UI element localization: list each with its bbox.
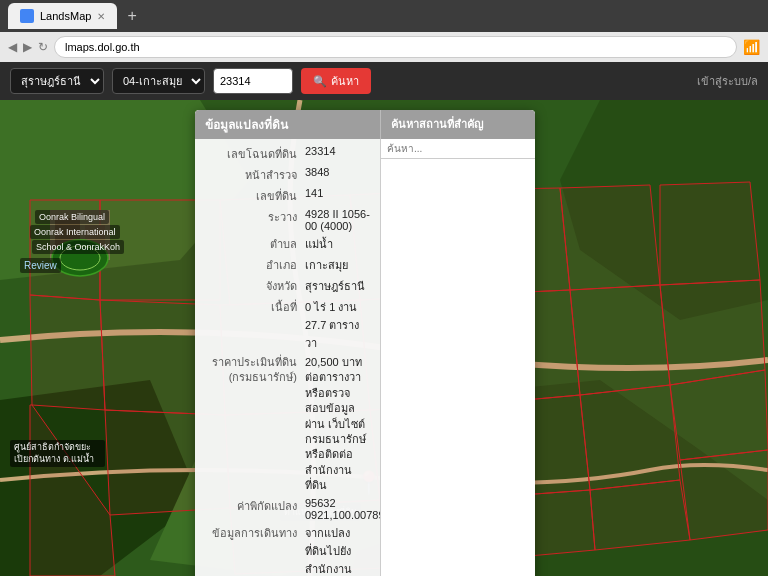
- price-value: 20,500 บาทต่อตารางวา หรือตรวจสอบข้อมูลผ่…: [305, 355, 370, 494]
- area-size-value: 0 ไร่ 1 งาน 27.7 ตารางวา: [305, 298, 370, 352]
- refresh-icon[interactable]: ↻: [38, 40, 48, 54]
- tab-close-btn[interactable]: ✕: [97, 11, 105, 22]
- back-icon[interactable]: ◀: [8, 40, 17, 54]
- svg-marker-26: [670, 370, 768, 460]
- area-value: 4928 II 1056-00 (4000): [305, 208, 370, 232]
- search-panel-right: [380, 139, 535, 576]
- login-button[interactable]: เข้าสู่ระบบ/ล: [697, 72, 758, 90]
- center-text1: ศูนย์สาธิตกำจัดขยะ: [14, 442, 91, 452]
- direction-link[interactable]: จากแปลงที่ดินไปยังสำนักงานที่ดิน: [305, 527, 352, 576]
- land-no-value: 141: [305, 187, 370, 199]
- search-panel-title: ค้นหาสถานที่สำคัญ: [380, 110, 535, 139]
- svg-marker-15: [660, 280, 765, 385]
- address-input[interactable]: [54, 36, 737, 58]
- search-button[interactable]: 🔍 ค้นหา: [301, 68, 371, 94]
- browser-chrome: LandsMap ✕ +: [0, 0, 768, 32]
- province-select[interactable]: สุราษฎร์ธานี: [10, 68, 104, 94]
- row-direction: ข้อมูลการเดินทาง จากแปลงที่ดินไปยังสำนัก…: [205, 524, 370, 576]
- info-panel: ข้อมูลแปลงที่ดิน ค้นหาสถานที่สำคัญ เลขโฉ…: [195, 110, 535, 576]
- svg-marker-13: [570, 285, 670, 395]
- row-parcel-no: เลขโฉนดที่ดิน 23314: [205, 145, 370, 163]
- district-select[interactable]: 04-เกาะสมุย: [112, 68, 205, 94]
- tab-label: LandsMap: [40, 10, 91, 22]
- panel-content-row: เลขโฉนดที่ดิน 23314 หน้าสำรวจ 3848 เลขที…: [195, 139, 535, 576]
- search-icon: 🔍: [313, 75, 327, 88]
- info-panel-title: ข้อมูลแปลงที่ดิน: [195, 110, 380, 139]
- row-survey-page: หน้าสำรวจ 3848: [205, 166, 370, 184]
- svg-marker-9: [560, 185, 660, 290]
- tambon-label: ตำบล: [205, 235, 305, 253]
- address-bar: ◀ ▶ ↻ 📶: [0, 32, 768, 62]
- location-search-input[interactable]: [381, 139, 535, 159]
- review-label: Review: [20, 258, 61, 273]
- row-fee: ค่าพิกัดแปลง 95632​0921,100.00789036: [205, 497, 370, 521]
- parcel-no-label: เลขโฉนดที่ดิน: [205, 145, 305, 163]
- new-tab-button[interactable]: +: [123, 7, 140, 25]
- row-tambon: ตำบล แม่น้ำ: [205, 235, 370, 253]
- amphoe-label: อำเภอ: [205, 256, 305, 274]
- svg-marker-19: [580, 385, 680, 490]
- school1-label: Oonrak Bilingual: [35, 210, 109, 224]
- row-area: ระวาง 4928 II 1056-00 (4000): [205, 208, 370, 232]
- row-area-size: เนื้อที่ 0 ไร่ 1 งาน 27.7 ตารางวา: [205, 298, 370, 352]
- svg-marker-24: [30, 295, 105, 410]
- direction-value: จากแปลงที่ดินไปยังสำนักงานที่ดิน: [305, 524, 370, 576]
- panel-header-row: ข้อมูลแปลงที่ดิน ค้นหาสถานที่สำคัญ: [195, 110, 535, 139]
- row-land-no: เลขที่ดิน 141: [205, 187, 370, 205]
- survey-page-value: 3848: [305, 166, 370, 178]
- center-text2: เปิยกต้นทาง ต.แม่น้ำ: [14, 454, 94, 464]
- center-label: ศูนย์สาธิตกำจัดขยะ เปิยกต้นทาง ต.แม่น้ำ: [10, 440, 105, 467]
- area-label: ระวาง: [205, 208, 305, 226]
- wifi-icon: 📶: [743, 39, 760, 55]
- map-container[interactable]: Oonrak Bilingual Oonrak International Sc…: [0, 100, 768, 576]
- direction-label: ข้อมูลการเดินทาง: [205, 524, 305, 542]
- price-label: ราคาประเมินที่ดิน (กรมธนารักษ์): [205, 355, 305, 386]
- svg-marker-28: [590, 480, 690, 550]
- tambon-value: แม่น้ำ: [305, 235, 370, 253]
- svg-marker-14: [660, 182, 760, 285]
- tab-favicon: [20, 9, 34, 23]
- survey-page-label: หน้าสำรวจ: [205, 166, 305, 184]
- parcel-no-value: 23314: [305, 145, 370, 157]
- land-no-label: เลขที่ดิน: [205, 187, 305, 205]
- fee-label: ค่าพิกัดแปลง: [205, 497, 305, 515]
- app-navbar: สุราษฎร์ธานี 04-เกาะสมุย 🔍 ค้นหา เข้าสู่…: [0, 62, 768, 100]
- info-table: เลขโฉนดที่ดิน 23314 หน้าสำรวจ 3848 เลขที…: [195, 139, 380, 576]
- search-label: ค้นหา: [331, 72, 359, 90]
- row-price: ราคาประเมินที่ดิน (กรมธนารักษ์) 20,500 บ…: [205, 355, 370, 494]
- province-value: สุราษฎร์ธานี: [305, 277, 370, 295]
- forward-icon[interactable]: ▶: [23, 40, 32, 54]
- row-province: จังหวัด สุราษฎร์ธานี: [205, 277, 370, 295]
- browser-tab[interactable]: LandsMap ✕: [8, 3, 117, 29]
- area-size-label: เนื้อที่: [205, 298, 305, 316]
- province-label: จังหวัด: [205, 277, 305, 295]
- svg-marker-27: [680, 450, 768, 540]
- school2-label: Oonrak International: [30, 225, 120, 239]
- row-amphoe: อำเภอ เกาะสมุย: [205, 256, 370, 274]
- parcel-input[interactable]: [213, 68, 293, 94]
- amphoe-value: เกาะสมุย: [305, 256, 370, 274]
- school3-label: School & OonrakKoh: [32, 240, 124, 254]
